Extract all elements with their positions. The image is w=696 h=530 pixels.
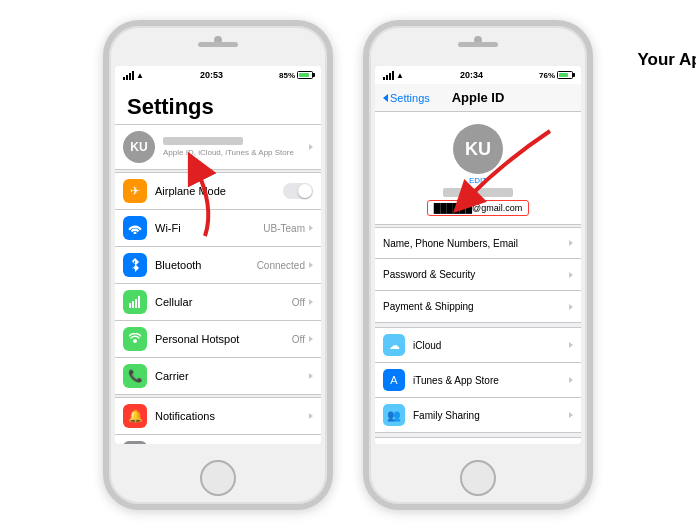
- svg-rect-0: [129, 303, 131, 308]
- status-bar-right: ▲ 20:34 76%: [375, 66, 581, 84]
- airplane-item[interactable]: ✈ Airplane Mode: [115, 172, 321, 210]
- carrier-item[interactable]: 📞 Carrier: [115, 358, 321, 395]
- airplane-icon: ✈: [123, 179, 147, 203]
- cellular-chevron: [309, 299, 313, 305]
- bar3r: [389, 73, 391, 80]
- control-center-item[interactable]: Control Center: [115, 435, 321, 444]
- iphone-device-item[interactable]: 📱 iPhone This iPhone 6s: [375, 437, 581, 444]
- settings-header: Settings: [115, 84, 321, 124]
- phone-right: ▲ 20:34 76% Settings Apple ID: [363, 20, 593, 510]
- section-appleid: KU Apple ID, iCloud, iTunes & App Store: [115, 124, 321, 170]
- svg-rect-2: [135, 299, 137, 308]
- battery-icon-right: [557, 71, 573, 79]
- bluetooth-chevron: [309, 262, 313, 268]
- services-section: ☁ iCloud A iTunes & App Store 👥 Family S…: [375, 327, 581, 433]
- profile-edit[interactable]: EDIT: [469, 176, 487, 185]
- nav-back[interactable]: Settings: [383, 92, 430, 104]
- hotspot-label: Personal Hotspot: [155, 333, 292, 345]
- battery-pct-right: 76%: [539, 71, 555, 80]
- wifi-item[interactable]: Wi-Fi UB-Team: [115, 210, 321, 247]
- password-chevron: [569, 272, 573, 278]
- avatar-left: KU: [123, 131, 155, 163]
- appleid-content: Apple ID, iCloud, iTunes & App Store: [163, 137, 309, 157]
- family-chevron: [569, 412, 573, 418]
- screen-right: ▲ 20:34 76% Settings Apple ID: [375, 66, 581, 444]
- battery-fill-left: [299, 73, 309, 77]
- svg-rect-1: [132, 301, 134, 308]
- bluetooth-value: Connected: [257, 260, 305, 271]
- home-button-right[interactable]: [460, 460, 496, 496]
- name-chevron: [569, 240, 573, 246]
- icloud-chevron: [569, 342, 573, 348]
- speaker-left: [198, 42, 238, 47]
- appleid-item[interactable]: KU Apple ID, iCloud, iTunes & App Store: [115, 124, 321, 170]
- battery-pct-left: 85%: [279, 71, 295, 80]
- hotspot-value: Off: [292, 334, 305, 345]
- phone-left: ▲ 20:53 85% Settings KU Apple ID, iCloud…: [103, 20, 333, 510]
- airplane-toggle[interactable]: [283, 183, 313, 199]
- cellular-icon: [123, 290, 147, 314]
- hotspot-content: Personal Hotspot: [155, 333, 292, 345]
- icloud-item[interactable]: ☁ iCloud: [375, 327, 581, 363]
- itunes-label: iTunes & App Store: [413, 375, 569, 386]
- svg-rect-3: [138, 296, 140, 308]
- status-right-right: 76%: [539, 71, 573, 80]
- nav-back-label: Settings: [390, 92, 430, 104]
- control-center-icon: [123, 441, 147, 444]
- hotspot-icon: [123, 327, 147, 351]
- bluetooth-content: Bluetooth: [155, 259, 257, 271]
- bar2r: [386, 75, 388, 80]
- cellular-item[interactable]: Cellular Off: [115, 284, 321, 321]
- profile-section: KU EDIT ██████@gmail.com: [375, 112, 581, 225]
- signal-bars-right: [383, 71, 394, 80]
- apple-id-screen: KU EDIT ██████@gmail.com Name, Phone Num…: [375, 112, 581, 444]
- icloud-icon: ☁: [383, 334, 405, 356]
- home-button-left[interactable]: [200, 460, 236, 496]
- itunes-chevron: [569, 377, 573, 383]
- ai-menu-section: Name, Phone Numbers, Email Password & Se…: [375, 227, 581, 323]
- notifications-icon: 🔔: [123, 404, 147, 428]
- profile-avatar: KU: [453, 124, 503, 174]
- carrier-content: Carrier: [155, 370, 309, 382]
- time-right: 20:34: [460, 70, 483, 80]
- cellular-label: Cellular: [155, 296, 292, 308]
- wifi-label: Wi-Fi: [155, 222, 263, 234]
- screen-left: ▲ 20:53 85% Settings KU Apple ID, iCloud…: [115, 66, 321, 444]
- wifi-setting-icon: [123, 216, 147, 240]
- svg-point-4: [133, 339, 137, 343]
- name-phone-label: Name, Phone Numbers, Email: [383, 238, 569, 249]
- hotspot-item[interactable]: Personal Hotspot Off: [115, 321, 321, 358]
- name-phone-item[interactable]: Name, Phone Numbers, Email: [375, 227, 581, 259]
- appleid-sublabel: Apple ID, iCloud, iTunes & App Store: [163, 148, 309, 157]
- hotspot-chevron: [309, 336, 313, 342]
- devices-section: 📱 iPhone This iPhone 6s 🔒 UnlockBoot 6: [375, 437, 581, 444]
- wifi-icon: ▲: [136, 71, 144, 80]
- payment-shipping-item[interactable]: Payment & Shipping: [375, 291, 581, 323]
- carrier-icon: 📞: [123, 364, 147, 388]
- section-connectivity: ✈ Airplane Mode Wi-Fi UB-: [115, 172, 321, 395]
- notifications-label: Notifications: [155, 410, 309, 422]
- profile-name-blur: [443, 188, 513, 197]
- profile-email: ██████@gmail.com: [427, 200, 529, 216]
- phone-right-container: Your Apple ID ▲ 20:34 76%: [363, 20, 593, 510]
- bluetooth-item[interactable]: Bluetooth Connected: [115, 247, 321, 284]
- bar4: [132, 71, 134, 80]
- wifi-value: UB-Team: [263, 223, 305, 234]
- battery-icon-left: [297, 71, 313, 79]
- carrier-label: Carrier: [155, 370, 309, 382]
- bluetooth-icon: [123, 253, 147, 277]
- notifications-item[interactable]: 🔔 Notifications: [115, 397, 321, 435]
- family-item[interactable]: 👥 Family Sharing: [375, 398, 581, 433]
- itunes-item[interactable]: A iTunes & App Store: [375, 363, 581, 398]
- section-notifications: 🔔 Notifications Control Center: [115, 397, 321, 444]
- nav-bar-right: Settings Apple ID: [375, 84, 581, 112]
- time-left: 20:53: [200, 70, 223, 80]
- icloud-label: iCloud: [413, 340, 569, 351]
- wifi-chevron: [309, 225, 313, 231]
- status-left: ▲: [123, 71, 144, 80]
- password-security-item[interactable]: Password & Security: [375, 259, 581, 291]
- cellular-content: Cellular: [155, 296, 292, 308]
- payment-chevron: [569, 304, 573, 310]
- bar3: [129, 73, 131, 80]
- airplane-label: Airplane Mode: [155, 185, 283, 197]
